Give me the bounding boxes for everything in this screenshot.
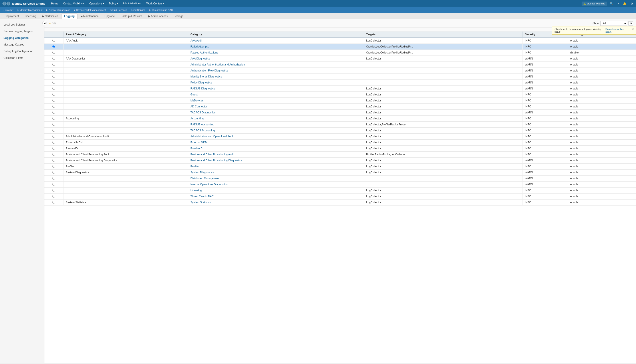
- help-icon[interactable]: ?: [616, 2, 620, 6]
- row-category[interactable]: PassiveID: [188, 146, 364, 152]
- row-radio[interactable]: [53, 93, 55, 96]
- category-link[interactable]: Accounting: [191, 117, 204, 120]
- show-select[interactable]: All: [600, 21, 627, 26]
- category-link[interactable]: TACACS Diagnostics: [191, 111, 216, 114]
- row-category[interactable]: AD Connector: [188, 104, 364, 110]
- row-radio[interactable]: [53, 165, 55, 168]
- row-radio-cell[interactable]: [45, 56, 64, 62]
- category-link[interactable]: Profiler: [191, 165, 199, 168]
- row-radio-cell[interactable]: [45, 74, 64, 80]
- row-radio[interactable]: [53, 135, 55, 138]
- filter-button[interactable]: ⚙: [628, 21, 633, 26]
- row-radio[interactable]: [53, 195, 55, 198]
- category-link[interactable]: Authentication Flow Diagnostics: [191, 69, 228, 72]
- nav-operations[interactable]: Operations ▾: [87, 1, 106, 6]
- row-category[interactable]: Administrative and Operational Audit: [188, 134, 364, 140]
- tab-maintenance[interactable]: ▶ Maintenance: [78, 14, 102, 19]
- row-radio-cell[interactable]: [45, 152, 64, 158]
- row-category[interactable]: MyDevices: [188, 98, 364, 104]
- row-category[interactable]: Policy Diagnostics: [188, 80, 364, 86]
- row-radio[interactable]: [53, 117, 55, 120]
- row-category[interactable]: RADIUS Accounting: [188, 122, 364, 128]
- category-link[interactable]: Administrative and Operational Audit: [191, 135, 234, 138]
- row-radio[interactable]: [53, 63, 55, 66]
- row-radio-cell[interactable]: [45, 128, 64, 134]
- row-radio[interactable]: [53, 39, 55, 42]
- row-category[interactable]: Internal Operations Diagnostics: [188, 182, 364, 188]
- sidebar-item-local-log[interactable]: Local Log Settings: [0, 21, 44, 28]
- row-radio-cell[interactable]: [45, 170, 64, 176]
- col-targets[interactable]: Targets: [364, 32, 522, 38]
- row-radio-cell[interactable]: [45, 86, 64, 92]
- row-category[interactable]: Identity Stores Diagnostics: [188, 74, 364, 80]
- row-radio-cell[interactable]: [45, 164, 64, 170]
- nav-work-centers[interactable]: Work Centers ▾: [144, 1, 167, 6]
- row-radio[interactable]: [53, 87, 55, 90]
- category-link[interactable]: Distributed Management: [191, 177, 220, 180]
- category-link[interactable]: Posture and Client Provisioning Diagnost…: [191, 159, 242, 162]
- category-link[interactable]: PassiveID: [191, 147, 203, 150]
- row-category[interactable]: System Diagnostics: [188, 170, 364, 176]
- row-radio[interactable]: [53, 201, 55, 204]
- nav-policy[interactable]: Policy ▾: [107, 1, 120, 6]
- row-radio-cell[interactable]: [45, 158, 64, 164]
- row-category[interactable]: TACACS Diagnostics: [188, 110, 364, 116]
- row-radio-cell[interactable]: [45, 44, 64, 50]
- row-radio-cell[interactable]: [45, 200, 64, 206]
- row-radio-cell[interactable]: [45, 194, 64, 200]
- row-category[interactable]: Posture and Client Provisioning Diagnost…: [188, 158, 364, 164]
- row-category[interactable]: TACACS Accounting: [188, 128, 364, 134]
- row-radio-cell[interactable]: [45, 134, 64, 140]
- row-radio[interactable]: [53, 129, 55, 132]
- category-link[interactable]: TACACS Accounting: [191, 129, 215, 132]
- row-category[interactable]: Licensing: [188, 188, 364, 194]
- row-radio[interactable]: [53, 69, 55, 72]
- sidebar-item-collection-filters[interactable]: Collection Filters: [0, 54, 44, 61]
- category-link[interactable]: Guest: [191, 93, 198, 96]
- row-category[interactable]: Profiler: [188, 164, 364, 170]
- row-radio[interactable]: [53, 75, 55, 78]
- row-radio-cell[interactable]: [45, 92, 64, 98]
- category-link[interactable]: Passed Authentications: [191, 51, 218, 54]
- row-radio[interactable]: [53, 147, 55, 150]
- row-radio[interactable]: [53, 141, 55, 144]
- row-radio[interactable]: [53, 183, 55, 186]
- row-radio[interactable]: [53, 123, 55, 126]
- category-link[interactable]: MyDevices: [191, 99, 204, 102]
- sidebar-item-debug-log[interactable]: Debug Log Configuration: [0, 48, 44, 54]
- row-radio[interactable]: [53, 171, 55, 174]
- category-link[interactable]: AD Connector: [191, 105, 207, 108]
- category-link[interactable]: RADIUS Accounting: [191, 123, 214, 126]
- col-category[interactable]: Category: [188, 32, 364, 38]
- category-link[interactable]: Licensing: [191, 189, 202, 192]
- notification-dismiss-link[interactable]: Do not show this again.: [605, 28, 629, 33]
- row-radio[interactable]: [53, 81, 55, 84]
- col-parent-category[interactable]: Parent Category: [64, 32, 188, 38]
- sidebar-collapse-button[interactable]: ◀: [43, 21, 47, 25]
- tab-settings[interactable]: Settings: [171, 14, 186, 19]
- nav-identity-management[interactable]: ▶ Identity Management: [16, 8, 45, 12]
- tab-upgrade[interactable]: Upgrade: [102, 14, 118, 19]
- row-radio[interactable]: [53, 57, 55, 60]
- tab-deployment[interactable]: Deployment: [2, 14, 22, 19]
- tab-admin-access[interactable]: ▶ Admin Access: [146, 14, 171, 19]
- nav-administration[interactable]: Administration ▾: [121, 1, 144, 6]
- gear-icon[interactable]: ⚙: [629, 2, 634, 6]
- row-category[interactable]: System Statistics: [188, 200, 364, 206]
- edit-button[interactable]: ✏ Edit: [47, 21, 58, 26]
- row-radio-cell[interactable]: [45, 104, 64, 110]
- notifications-icon[interactable]: 🔔: [622, 2, 627, 6]
- category-link[interactable]: Internal Operations Diagnostics: [191, 183, 228, 186]
- search-icon[interactable]: 🔍: [609, 2, 614, 6]
- tab-certificates[interactable]: ▶ Certificates: [39, 14, 61, 19]
- category-link[interactable]: System Statistics: [191, 201, 211, 204]
- category-link[interactable]: RADIUS Diagnostics: [191, 87, 215, 90]
- row-category[interactable]: Threat Centric NAC: [188, 194, 364, 200]
- nav-context-visibility[interactable]: Context Visibility ▾: [61, 1, 87, 6]
- row-radio-cell[interactable]: [45, 68, 64, 74]
- row-category[interactable]: Authentication Flow Diagnostics: [188, 68, 364, 74]
- tab-licensing[interactable]: Licensing: [22, 14, 39, 19]
- sidebar-item-remote-logging[interactable]: Remote Logging Targets: [0, 28, 44, 34]
- row-radio-cell[interactable]: [45, 38, 64, 44]
- license-warning[interactable]: ⚠ License Warning: [581, 2, 607, 6]
